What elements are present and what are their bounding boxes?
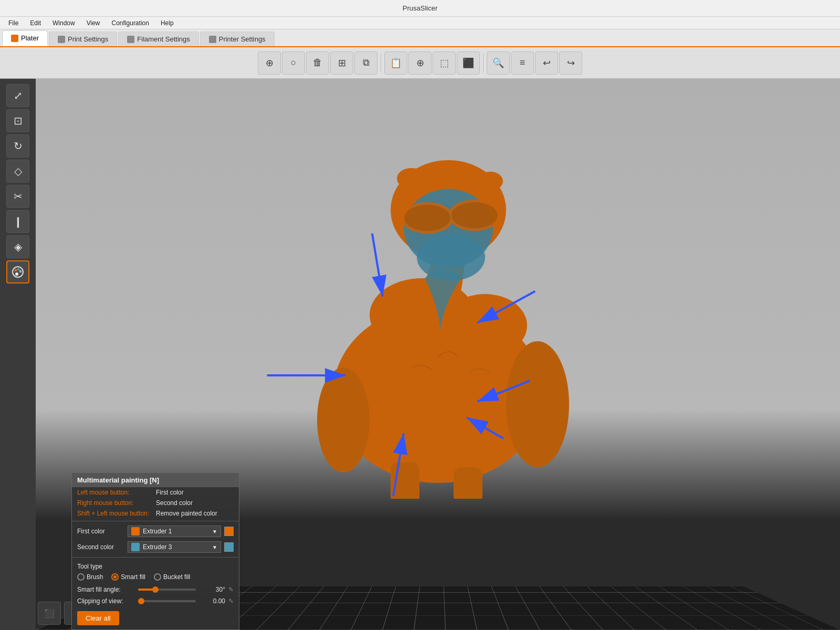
main-area: ⤢⊡↻◇✂❙◈ [0,79,840,630]
toolbar-btn-paste[interactable]: 📋 [384,51,407,75]
first-color-swatch [131,527,140,536]
svg-point-3 [19,270,22,273]
first-color-square [224,527,234,536]
tab-icon-printer-settings [209,36,216,43]
first-color-dropdown[interactable]: Extruder 1 ▼ [128,526,221,537]
binding-right-mouse: Right mouse button: Second color [72,498,239,508]
first-color-row: First color Extruder 1 ▼ [72,523,239,539]
clipping-thumb[interactable] [138,598,144,604]
shift-left-value: Remove painted color [156,510,217,517]
clipping-row: Clipping of view: 0.00 ✎ [72,595,239,607]
smart-fill-label: Smart fill [121,573,145,581]
tab-label-filament-settings: Filament Settings [137,35,190,43]
svg-point-24 [317,368,370,472]
second-color-square [224,542,234,552]
brush-option[interactable]: Brush [77,573,103,581]
second-color-arrow: ▼ [212,544,217,550]
camel-model [254,105,622,499]
menu-edit[interactable]: Edit [25,18,46,28]
second-color-extruder: Extruder 3 [143,543,209,551]
right-mouse-label: Right mouse button: [77,499,156,507]
smart-fill-angle-value: 30° [199,586,225,593]
toolbar-btn-split-objects[interactable]: ⬚ [433,51,456,75]
left-mouse-value: First color [156,489,184,496]
svg-point-1 [15,269,17,272]
tab-print-settings[interactable]: Print Settings [49,32,117,46]
toolbar-btn-search[interactable]: 🔍 [487,51,510,75]
smart-fill-angle-thumb[interactable] [152,586,159,593]
menu-bar: FileEditWindowViewConfigurationHelp [0,17,840,29]
brush-label: Brush [87,573,103,581]
menu-configuration[interactable]: Configuration [107,18,154,28]
radio-group: Brush Smart fill Bucket fill [77,573,234,581]
svg-rect-12 [391,462,419,499]
brush-radio[interactable] [77,573,85,581]
smart-fill-angle-label: Smart fill angle: [77,586,135,593]
svg-point-20 [404,205,450,231]
toolbar-separator-9 [483,54,484,72]
second-color-dropdown[interactable]: Extruder 3 ▼ [128,541,221,553]
tool-cut[interactable]: ✂ [6,185,29,208]
clipping-label: Clipping of view: [77,597,135,605]
tool-mm-painting[interactable] [6,260,29,284]
left-sidebar: ⤢⊡↻◇✂❙◈ [0,79,36,630]
tab-icon-filament-settings [127,36,134,43]
svg-point-2 [17,268,20,271]
tab-printer-settings[interactable]: Printer Settings [200,32,275,46]
tool-rotate[interactable]: ↻ [6,134,29,158]
tool-scale[interactable]: ⊡ [6,109,29,132]
first-color-label: First color [77,528,124,535]
first-color-arrow: ▼ [212,529,217,534]
toolbar-btn-arrange[interactable]: ⊞ [330,51,353,75]
clipping-track[interactable] [138,600,196,602]
svg-rect-13 [454,467,482,499]
svg-point-23 [506,341,569,467]
mm-panel: Multimaterial painting [N] Left mouse bu… [71,472,239,630]
left-mouse-label: Left mouse button: [77,489,156,496]
clipping-edit[interactable]: ✎ [228,597,234,605]
svg-rect-18 [398,214,404,217]
tool-move[interactable]: ⤢ [6,84,29,107]
bucket-fill-label: Bucket fill [163,573,190,581]
toolbar-btn-delete-all[interactable]: 🗑 [306,51,329,75]
svg-point-11 [443,294,527,357]
toolbar-separator-5 [381,54,381,72]
toolbar-btn-undo[interactable]: ↩ [535,51,558,75]
toolbar-btn-layers[interactable]: ≡ [511,51,534,75]
svg-point-21 [452,202,498,228]
app-title: PrusaSlicer [403,4,437,12]
viewport[interactable]: Multimaterial painting [N] Left mouse bu… [36,79,840,630]
toolbar-btn-split-parts[interactable]: ⬛ [457,51,480,75]
bucket-fill-option[interactable]: Bucket fill [154,573,190,581]
svg-point-8 [397,168,426,189]
smart-fill-option[interactable]: Smart fill [111,573,145,581]
menu-help[interactable]: Help [155,18,179,28]
tab-plater[interactable]: Plater [2,30,48,46]
toolbar-btn-redo[interactable]: ↪ [559,51,582,75]
tab-filament-settings[interactable]: Filament Settings [118,32,198,46]
second-color-label: Second color [77,543,124,551]
smart-fill-radio[interactable] [111,573,119,581]
tool-type-label: Tool type [77,563,234,570]
tool-seam[interactable]: ◈ [6,235,29,258]
cube-view-button[interactable]: ⬛ [38,602,61,625]
tool-place[interactable]: ◇ [6,160,29,183]
first-color-extruder: Extruder 1 [143,528,209,535]
toolbar: ⊕○🗑⊞⧉📋⊕⬚⬛🔍≡↩↪ [0,47,840,79]
binding-shift-left: Shift + Left mouse button: Remove painte… [72,508,239,519]
tool-fdm-support[interactable]: ❙ [6,210,29,233]
mm-panel-title: Multimaterial painting [N] [72,473,239,487]
clear-all-button[interactable]: Clear all [77,611,119,625]
toolbar-btn-copy[interactable]: ⧉ [354,51,377,75]
toolbar-btn-delete[interactable]: ○ [282,51,305,75]
smart-fill-angle-track[interactable] [138,589,196,591]
shift-left-label: Shift + Left mouse button: [77,510,156,517]
menu-file[interactable]: File [3,18,24,28]
toolbar-btn-add[interactable]: ⊕ [258,51,281,75]
toolbar-btn-center[interactable]: ⊕ [408,51,432,75]
smart-fill-angle-edit[interactable]: ✎ [228,586,234,593]
menu-window[interactable]: Window [47,18,80,28]
menu-view[interactable]: View [81,18,106,28]
second-color-row: Second color Extruder 3 ▼ [72,539,239,555]
bucket-fill-radio[interactable] [154,573,161,581]
